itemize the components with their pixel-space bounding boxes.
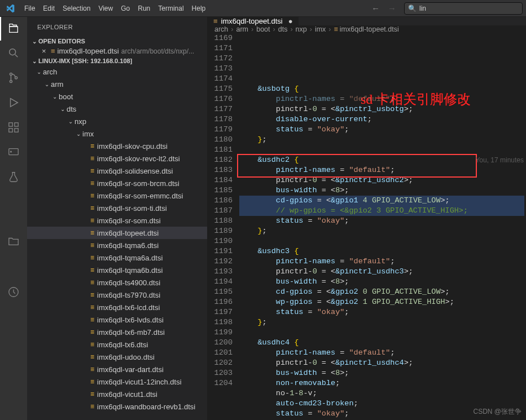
folder-imx[interactable]: ⌄imx <box>27 127 207 140</box>
folder-nxp[interactable]: ⌄nxp <box>27 115 207 127</box>
code-line[interactable]: }; <box>239 317 526 328</box>
breadcrumb-segment[interactable]: nxp <box>296 25 307 33</box>
chevron-down-icon: ⌄ <box>43 81 51 87</box>
search-text: lin <box>419 5 426 12</box>
file-item[interactable]: ≡imx6qdl-tx6-mb7.dtsi <box>27 326 207 338</box>
file-item[interactable]: ≡imx6qdl-var-dart.dtsi <box>27 363 207 375</box>
chevron-down-icon: ⌄ <box>51 94 59 100</box>
code-line[interactable]: bus-width = <8>; <box>239 277 526 287</box>
code-editor[interactable]: 1169117111721173117411751176117711781179… <box>208 33 526 420</box>
folder-dts[interactable]: ⌄dts <box>27 103 207 115</box>
file-item[interactable]: ≡imx6qdl-solidsense.dtsi <box>27 165 207 177</box>
file-icon: ≡ <box>90 341 94 348</box>
code-line[interactable]: status = "okay"; <box>239 307 526 317</box>
timeline-icon[interactable] <box>7 285 20 299</box>
menu-terminal[interactable]: Terminal <box>154 5 187 12</box>
folder-icon[interactable] <box>7 235 20 248</box>
code-line[interactable]: pinctrl-0 = <&pinctrl_usdhc4>; <box>239 358 526 368</box>
breadcrumb-segment[interactable]: dts <box>278 25 288 33</box>
workspace-header[interactable]: ⌄ LINUX-IMX [SSH: 192.168.0.108] <box>27 56 207 65</box>
file-item[interactable]: ≡imx6qdl-topeet.dtsi <box>27 227 207 239</box>
file-item[interactable]: ≡imx6qdl-ts4900.dtsi <box>27 276 207 289</box>
close-icon[interactable]: × <box>42 47 51 55</box>
menu-file[interactable]: File <box>20 5 39 12</box>
extensions-icon[interactable] <box>7 121 20 134</box>
code-line[interactable]: pinctrl-names = "default"; <box>239 348 526 358</box>
run-debug-icon[interactable] <box>7 96 20 109</box>
open-editors-header[interactable]: ⌄ OPEN EDITORS <box>27 37 207 46</box>
code-line[interactable]: pinctrl-names = "default"; <box>239 165 526 175</box>
code-line[interactable] <box>239 145 526 155</box>
code-line[interactable]: &usdhc4 { <box>239 338 526 348</box>
file-item[interactable]: ≡imx6qdl-vicut1.dtsi <box>27 388 207 400</box>
menu-help[interactable]: Help <box>188 5 210 12</box>
file-item[interactable]: ≡imx6qdl-sr-som-emmc.dtsi <box>27 189 207 202</box>
file-item[interactable]: ≡imx6qdl-sr-som-ti.dtsi <box>27 202 207 214</box>
menu-selection[interactable]: Selection <box>59 5 94 12</box>
code-line[interactable]: &usdhc3 { <box>239 246 526 257</box>
file-tree[interactable]: ⌄arch⌄arm⌄boot⌄dts⌄nxp⌄imx≡imx6qdl-skov-… <box>27 65 207 420</box>
code-line[interactable]: }; <box>239 135 526 145</box>
code-line[interactable]: bus-width = <8>; <box>239 185 526 196</box>
file-item[interactable]: ≡imx6qdl-tqma6.dtsi <box>27 239 207 251</box>
code-line[interactable]: pinctrl-names = "default"; <box>239 257 526 267</box>
file-item[interactable]: ≡imx6qdl-sr-som.dtsi <box>27 214 207 227</box>
code-line[interactable]: non-removable; <box>239 378 526 388</box>
search-activity-icon[interactable] <box>7 46 20 60</box>
folder-arch[interactable]: ⌄arch <box>27 65 207 78</box>
code-line[interactable]: disable-over-current; <box>239 114 526 125</box>
menu-edit[interactable]: Edit <box>39 5 59 12</box>
menu-view[interactable]: View <box>94 5 117 12</box>
file-item[interactable]: ≡imx6qdl-tqma6a.dtsi <box>27 251 207 264</box>
remote-icon[interactable] <box>7 145 20 159</box>
file-item[interactable]: ≡imx6qdl-skov-revc-lt2.dtsi <box>27 152 207 165</box>
file-icon: ≡ <box>90 216 94 224</box>
file-item[interactable]: ≡imx6qdl-skov-cpu.dtsi <box>27 140 207 152</box>
code-line[interactable]: pinctrl-names = "default"; <box>239 94 526 104</box>
code-line[interactable]: // wp-gpios = <&gpio2 3 GPIO_ACTIVE_HIGH… <box>239 206 526 216</box>
code-line[interactable]: }; <box>239 226 526 236</box>
breadcrumb-segment[interactable]: imx <box>315 25 326 33</box>
code-line[interactable]: cd-gpios = <&gpio2 0 GPIO_ACTIVE_LOW>; <box>239 287 526 297</box>
breadcrumb-segment[interactable]: boot <box>256 25 270 33</box>
file-item[interactable]: ≡imx6qdl-ts7970.dtsi <box>27 289 207 301</box>
testing-icon[interactable] <box>7 170 20 184</box>
code-line[interactable]: bus-width = <8>; <box>239 368 526 378</box>
code-line[interactable]: wp-gpios = <&gpio2 1 GPIO_ACTIVE_HIGH>; <box>239 297 526 307</box>
code-line[interactable] <box>239 236 526 246</box>
breadcrumbs[interactable]: arch›arm›boot›dts›nxp›imx›≡ imx6qdl-tope… <box>208 25 526 33</box>
nav-forward-icon[interactable]: → <box>388 3 396 13</box>
file-item[interactable]: ≡imx6qdl-sr-som-brcm.dtsi <box>27 177 207 189</box>
file-item[interactable]: ≡imx6qdl-tx6-lcd.dtsi <box>27 301 207 313</box>
folder-boot[interactable]: ⌄boot <box>27 90 207 103</box>
file-item[interactable]: ≡imx6qdl-tqma6b.dtsi <box>27 264 207 276</box>
source-control-icon[interactable] <box>7 71 20 85</box>
file-icon: ≡ <box>90 316 94 324</box>
code-line[interactable]: status = "okay"; <box>239 216 526 226</box>
command-center-search[interactable]: 🔍 lin <box>404 2 523 15</box>
explorer-icon[interactable] <box>7 21 20 35</box>
code-line[interactable]: pinctrl-0 = <&pinctrl_usdhc2>; <box>239 175 526 185</box>
chevron-down-icon: ⌄ <box>67 118 74 125</box>
file-item[interactable]: ≡imx6qdl-wandboard-revb1.dtsi <box>27 400 207 413</box>
code-line[interactable]: status = "okay"; <box>239 125 526 135</box>
nav-back-icon[interactable]: ← <box>371 3 380 13</box>
file-item[interactable]: ≡imx6qdl-udoo.dtsi <box>27 351 207 363</box>
editor-tab[interactable]: ≡ imx6qdl-topeet.dtsi ● <box>208 17 299 25</box>
code-line[interactable]: no-1-8-v; <box>239 388 526 399</box>
file-item[interactable]: ≡imx6qdl-tx6.dtsi <box>27 338 207 351</box>
breadcrumb-segment[interactable]: imx6qdl-topeet.dtsi <box>340 25 399 33</box>
dirty-indicator-icon[interactable]: ● <box>288 17 293 25</box>
menu-go[interactable]: Go <box>117 5 134 12</box>
code-line[interactable]: cd-gpios = <&gpio1 4 GPIO_ACTIVE_LOW>; <box>239 196 526 206</box>
breadcrumb-segment[interactable]: arch <box>214 25 228 33</box>
open-editor-item[interactable]: × ≡ imx6qdl-topeet.dtsi arch/arm/boot/dt… <box>27 46 207 56</box>
menu-run[interactable]: Run <box>134 5 154 12</box>
breadcrumb-segment[interactable]: arm <box>236 25 249 33</box>
code-line[interactable]: pinctrl-0 = <&pinctrl_usdhc3>; <box>239 267 526 277</box>
file-item[interactable]: ≡imx6qdl-vicut1-12inch.dtsi <box>27 375 207 388</box>
code-content[interactable]: sd 卡相关引脚修改 You, 17 minutes &usbotg { pin… <box>239 33 526 420</box>
file-item[interactable]: ≡imx6qdl-tx6-lvds.dtsi <box>27 313 207 326</box>
code-line[interactable] <box>239 328 526 338</box>
folder-arm[interactable]: ⌄arm <box>27 78 207 90</box>
